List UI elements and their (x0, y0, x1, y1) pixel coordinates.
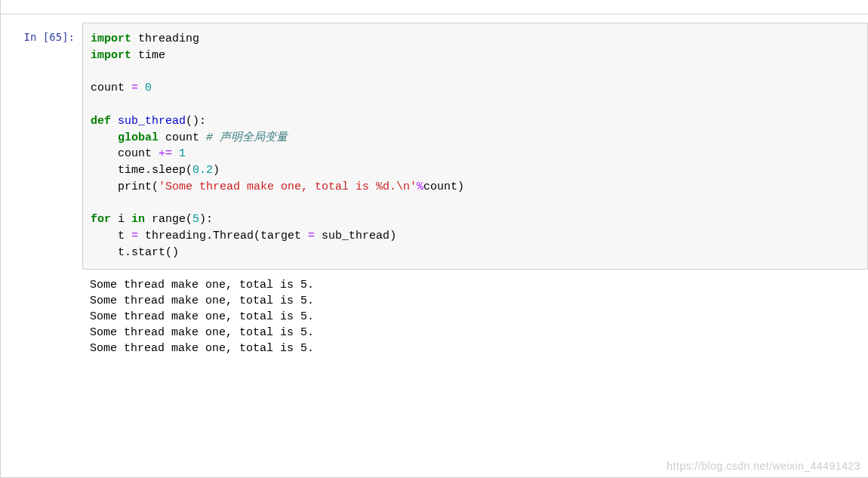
module-name: time (138, 49, 165, 62)
function-name: sub_thread (118, 115, 186, 128)
output-cell: Some thread make one, total is 5. Some t… (1, 270, 868, 356)
keyword: in (131, 213, 145, 226)
operator: = (131, 230, 138, 242)
keyword: import (91, 49, 131, 62)
operator: % (417, 180, 423, 193)
var-name: count (118, 147, 159, 160)
code-text: count) (423, 180, 464, 193)
operator: += (159, 147, 172, 160)
operator: = (308, 230, 315, 242)
number: 0 (138, 82, 152, 94)
code-text: print( (118, 180, 159, 193)
output-prompt (1, 274, 82, 356)
code-text: sub_thread) (315, 230, 396, 242)
var-name: count (91, 82, 131, 94)
code-text: threading.Thread(target (138, 230, 308, 242)
var-name: count (165, 131, 206, 144)
code-text: time.sleep( (118, 164, 192, 177)
var-name: t (118, 230, 131, 242)
code-text: range( (152, 213, 192, 226)
code-input[interactable]: import threading import time count = 0 d… (82, 23, 868, 270)
keyword: for (91, 213, 111, 226)
keyword: def (91, 115, 111, 128)
number: 0.2 (192, 164, 213, 177)
number: 5 (192, 213, 199, 226)
number: 1 (172, 147, 186, 160)
watermark-text: https://blog.csdn.net/weixin_44491423 (666, 459, 860, 474)
output-line: Some thread make one, total is 5. (90, 342, 314, 355)
output-line: Some thread make one, total is 5. (90, 279, 314, 291)
comment: # 声明全局变量 (206, 131, 288, 144)
output-line: Some thread make one, total is 5. (90, 295, 314, 307)
code-text: t.start() (118, 246, 179, 259)
output-line: Some thread make one, total is 5. (90, 310, 314, 323)
keyword: import (91, 32, 131, 45)
keyword: global (118, 131, 159, 144)
code-cell[interactable]: In [65]: import threading import time co… (1, 15, 868, 270)
string-literal: 'Some thread make one, total is %d.\n' (159, 180, 417, 193)
var-name: i (118, 213, 131, 226)
input-prompt: In [65]: (1, 23, 82, 45)
module-name: threading (138, 32, 199, 45)
operator: = (131, 82, 138, 94)
output-line: Some thread make one, total is 5. (90, 326, 314, 339)
output-text: Some thread make one, total is 5. Some t… (82, 274, 868, 356)
